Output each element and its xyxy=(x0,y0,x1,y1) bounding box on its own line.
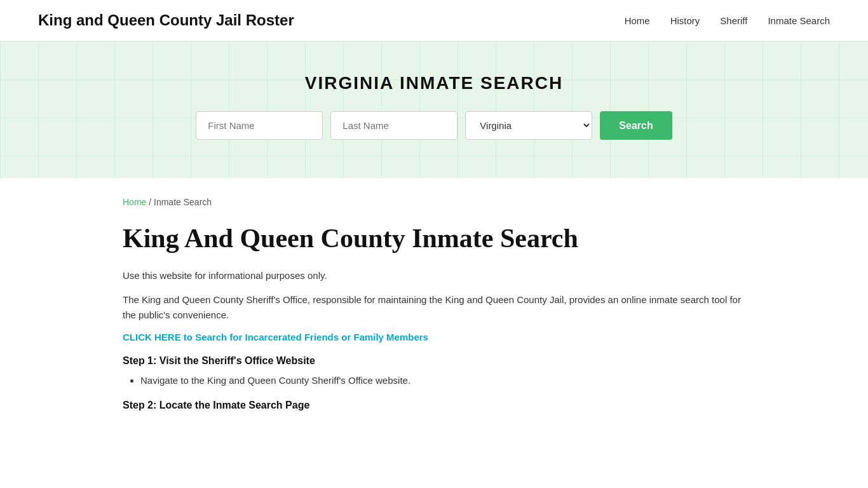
intro-paragraph-1: Use this website for informational purpo… xyxy=(123,268,745,283)
page-heading: King And Queen County Inmate Search xyxy=(123,222,745,254)
search-button[interactable]: Search xyxy=(600,111,672,140)
hero-banner: VIRGINIA INMATE SEARCH Virginia Alabama … xyxy=(0,41,868,178)
nav-link-inmate-search[interactable]: Inmate Search xyxy=(768,15,830,26)
nav-link-home[interactable]: Home xyxy=(625,15,650,26)
main-nav: Home History Sheriff Inmate Search xyxy=(625,15,830,26)
breadcrumb-separator: / xyxy=(149,197,151,207)
step-1-list: Navigate to the King and Queen County Sh… xyxy=(140,373,745,388)
nav-link-history[interactable]: History xyxy=(670,15,700,26)
nav-item-inmate-search[interactable]: Inmate Search xyxy=(768,15,830,26)
incarcerated-search-link[interactable]: CLICK HERE to Search for Incarcerated Fr… xyxy=(123,332,745,342)
nav-list: Home History Sheriff Inmate Search xyxy=(625,15,830,26)
last-name-input[interactable] xyxy=(330,111,458,140)
main-content: Home / Inmate Search King And Queen Coun… xyxy=(85,178,783,456)
breadcrumb-home[interactable]: Home xyxy=(123,197,146,207)
nav-link-sheriff[interactable]: Sheriff xyxy=(720,15,747,26)
step-1-bullet: Navigate to the King and Queen County Sh… xyxy=(140,373,745,388)
breadcrumb: Home / Inmate Search xyxy=(123,197,745,207)
step-1-heading: Step 1: Visit the Sheriff's Office Websi… xyxy=(123,355,745,367)
breadcrumb-current: Inmate Search xyxy=(154,197,212,207)
intro-paragraph-2: The King and Queen County Sheriff's Offi… xyxy=(123,292,745,323)
search-form: Virginia Alabama Alaska Arizona Arkansas… xyxy=(13,111,855,140)
nav-item-sheriff[interactable]: Sheriff xyxy=(720,15,747,26)
step-2-heading: Step 2: Locate the Inmate Search Page xyxy=(123,400,745,411)
nav-item-home[interactable]: Home xyxy=(625,15,650,26)
site-header: King and Queen County Jail Roster Home H… xyxy=(0,0,868,41)
first-name-input[interactable] xyxy=(196,111,323,140)
state-select[interactable]: Virginia Alabama Alaska Arizona Arkansas… xyxy=(465,111,592,140)
site-title: King and Queen County Jail Roster xyxy=(38,11,294,29)
hero-title: VIRGINIA INMATE SEARCH xyxy=(13,73,855,93)
nav-item-history[interactable]: History xyxy=(670,15,700,26)
